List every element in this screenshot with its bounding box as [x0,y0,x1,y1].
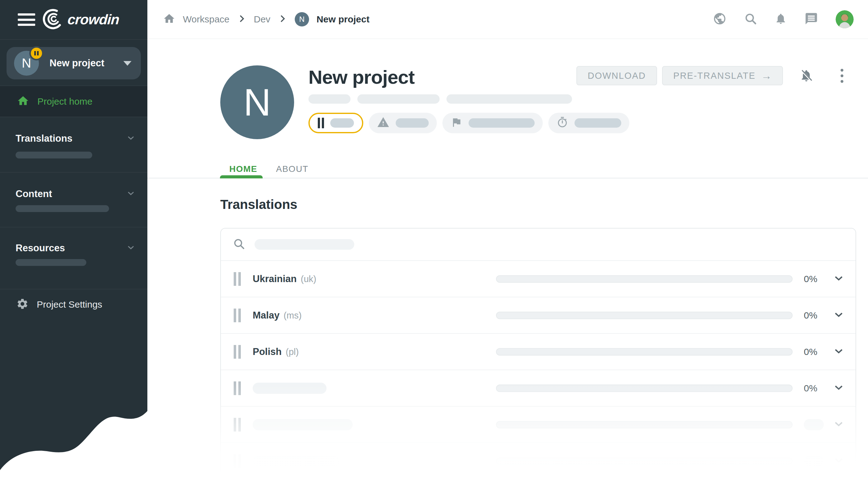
skeleton-pill [330,118,354,128]
skeleton-bar [16,205,109,212]
sidebar-section-translations[interactable]: Translations [0,130,147,147]
search-placeholder-skeleton [254,239,354,250]
language-name-skeleton [253,419,353,430]
language-row-ukrainian[interactable]: Ukrainian (uk) 0% [221,261,856,297]
expand-chevron-icon[interactable] [833,309,844,321]
progress-value: 0% [804,310,824,321]
progress-value: 0% [804,346,824,357]
language-code: (ms) [283,310,302,321]
search-icon[interactable] [744,12,757,27]
sidebar-item-label: Project home [37,96,93,107]
project-switcher[interactable]: N New project [6,47,141,79]
language-row-skeleton[interactable] [221,407,856,443]
user-avatar[interactable] [836,10,854,28]
breadcrumb-project-avatar: N [295,12,309,27]
language-globe-icon[interactable] [713,12,726,27]
expand-chevron-icon[interactable] [833,418,844,431]
language-code: (pl) [286,347,299,357]
crowdin-logo[interactable]: crowdin [43,8,119,31]
skeleton-pill [469,118,535,128]
pre-translate-button[interactable]: PRE-TRANSLATE → [662,66,783,85]
breadcrumb-group[interactable]: Dev [254,14,271,25]
flag-icon [451,116,462,130]
sidebar-wave-decoration [0,410,147,473]
language-name: Polish [253,346,282,357]
pause-icon [234,418,241,432]
skeleton-pill [446,94,572,104]
sidebar-item-project-home[interactable]: Project home [0,86,147,117]
pause-icon [234,454,241,468]
crowdin-logo-icon [43,8,64,31]
languages-card: Ukrainian (uk) 0% Malay (ms) 0% [220,228,856,477]
warning-triangle-icon [377,116,390,130]
chevron-right-icon [237,14,246,25]
crowdin-wordmark: crowdin [67,11,120,28]
caret-down-icon [123,61,131,66]
chevron-down-icon [126,133,135,144]
expand-chevron-icon[interactable] [833,455,844,467]
language-code: (uk) [301,274,316,284]
divider [0,289,147,289]
mute-notifications-icon[interactable] [800,69,813,82]
menu-icon[interactable] [18,13,35,26]
notifications-bell-icon[interactable] [775,12,787,26]
progress-value-skeleton [804,419,824,430]
sidebar-section-content[interactable]: Content [0,185,147,202]
divider [0,172,147,172]
flagged-chip[interactable] [442,113,543,133]
topbar-icons [713,10,854,28]
breadcrumb-workspace[interactable]: Workspace [183,14,229,25]
breadcrumb-project[interactable]: New project [316,14,370,25]
sidebar: crowdin N New project Project home Trans… [0,0,147,477]
project-title: New project [308,66,414,88]
pause-icon [318,118,324,128]
home-icon[interactable] [163,12,176,26]
deadline-chip[interactable] [548,113,629,133]
project-status-chips [308,113,629,133]
divider [0,117,147,117]
topbar: Workspace Dev N New project [147,0,868,39]
language-row-malay[interactable]: Malay (ms) 0% [221,297,856,334]
crowdin-project-page: crowdin N New project Project home Trans… [0,0,868,477]
divider [0,227,147,227]
language-name: Ukrainian [253,273,297,284]
pause-icon [234,381,241,395]
messages-chat-icon[interactable] [804,12,818,27]
chevron-right-icon [278,14,287,25]
sidebar-section-resources[interactable]: Resources [0,240,147,257]
expand-chevron-icon[interactable] [833,346,844,358]
progress-bar [496,312,793,319]
progress-bar [496,348,793,355]
issues-chip[interactable] [369,113,437,133]
progress-value: 0% [804,383,824,394]
progress-bar [496,384,793,392]
translations-section-title: Translations [220,197,297,212]
progress-value: 0% [804,274,824,284]
project-avatar-small: N [14,51,39,76]
skeleton-pill [396,118,429,128]
more-options-kebab-icon[interactable] [839,68,845,84]
expand-chevron-icon[interactable] [833,382,844,395]
progress-bar [496,457,793,465]
paused-status-chip[interactable] [308,113,363,133]
language-search-input[interactable] [221,229,856,261]
tab-about[interactable]: ABOUT [267,160,318,178]
language-row-skeleton[interactable] [221,443,856,477]
project-actions: DOWNLOAD PRE-TRANSLATE → [577,66,845,85]
language-name-skeleton [253,383,327,394]
sidebar-item-project-settings[interactable]: Project Settings [0,294,147,315]
expand-chevron-icon[interactable] [833,273,844,285]
language-name-skeleton [253,455,340,467]
pause-icon [234,345,241,359]
timer-icon [556,116,568,130]
language-label: Polish (pl) [253,346,299,357]
pause-icon [234,272,241,286]
progress-bar [496,421,793,429]
skeleton-pill [308,94,350,104]
language-name: Malay [253,310,279,321]
project-avatar-large: N [220,65,294,139]
language-row-skeleton[interactable]: 0% [221,370,856,407]
skeleton-bar [16,259,86,266]
download-button[interactable]: DOWNLOAD [577,66,657,85]
language-row-polish[interactable]: Polish (pl) 0% [221,334,856,370]
